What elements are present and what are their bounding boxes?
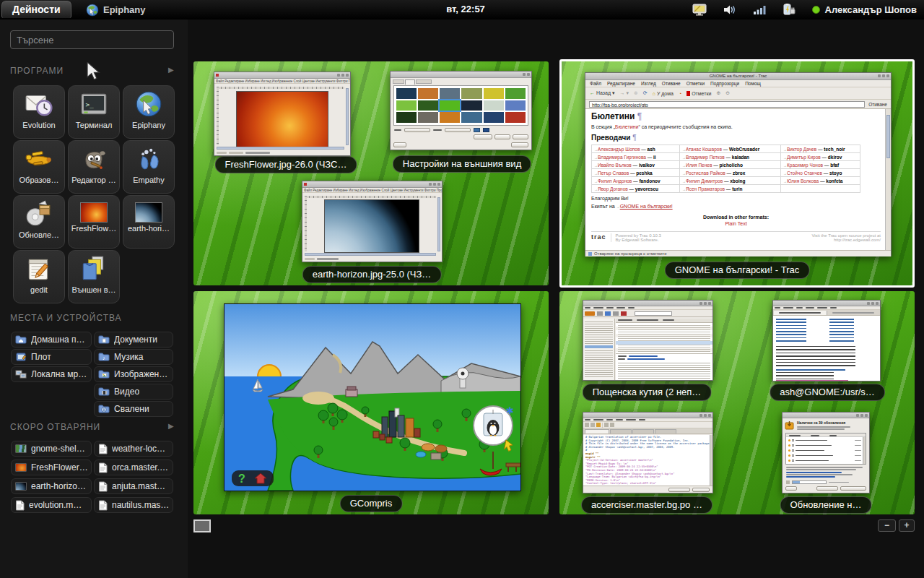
home-button[interactable]: ⌂ У дома bbox=[653, 91, 674, 96]
wallpaper-thumbnail[interactable] bbox=[505, 88, 526, 99]
wallpaper-thumbnail[interactable] bbox=[418, 112, 438, 123]
wallpaper-thumbnail[interactable] bbox=[396, 88, 417, 99]
search-box[interactable] bbox=[635, 311, 672, 316]
wallpaper-thumbnail[interactable] bbox=[461, 100, 481, 111]
remove-workspace-button[interactable]: − bbox=[878, 519, 896, 532]
history-icon[interactable]: ◔ bbox=[679, 91, 681, 96]
app-tile-epiphany[interactable]: Epiphany bbox=[123, 85, 175, 139]
add-workspace-button[interactable]: + bbox=[899, 519, 915, 532]
place-item-videos[interactable]: Видео bbox=[94, 384, 173, 400]
translator-link[interactable]: Виктор Дачев bbox=[787, 147, 816, 152]
colors-dropdown[interactable] bbox=[445, 128, 471, 132]
recent-item[interactable]: gnome-shel… bbox=[11, 441, 92, 457]
info-link[interactable] bbox=[786, 476, 835, 478]
team-link[interactable]: GNOME на български! bbox=[620, 204, 673, 209]
battery-icon[interactable] bbox=[782, 4, 796, 17]
tab-width-dropdown[interactable] bbox=[692, 488, 710, 492]
recent-item[interactable]: FreshFlower… bbox=[11, 460, 92, 475]
plain-text-link[interactable]: Plain Text bbox=[591, 221, 881, 226]
update-row[interactable] bbox=[788, 443, 861, 448]
app-tile-freshflower[interactable]: FreshFlow… bbox=[68, 195, 120, 249]
window-gedit-po[interactable]: # Bulgarian translation of accerciser po… bbox=[583, 412, 713, 493]
gedit-tabs[interactable] bbox=[583, 428, 712, 434]
clock[interactable]: вт, 22:57 bbox=[433, 4, 498, 14]
user-menu[interactable]: Александър Шопов bbox=[812, 4, 917, 15]
zoom-out-icon[interactable]: ⊖ bbox=[725, 90, 730, 96]
menu-item[interactable]: Подпрозорци bbox=[710, 81, 739, 87]
zoom-in-icon[interactable]: ⊕ bbox=[716, 90, 720, 96]
translator-link[interactable]: Филип Андонов bbox=[598, 178, 632, 184]
trac-url-link[interactable]: http://trac.edgewall.com/ bbox=[834, 238, 881, 242]
color-swatch[interactable] bbox=[483, 128, 489, 132]
scrollbar[interactable] bbox=[885, 109, 891, 250]
place-item-documents[interactable]: Документи bbox=[94, 332, 173, 348]
place-item-downloads[interactable]: Свалени bbox=[94, 401, 173, 417]
toolbar-button[interactable] bbox=[605, 311, 611, 316]
translator-link[interactable]: Ростислав Райков bbox=[686, 171, 725, 176]
workspace-4[interactable]: Пощенска кутия (2 неп… ash@GNOME:/usr/s bbox=[559, 291, 915, 514]
recent-item[interactable]: anjuta.mast… bbox=[94, 478, 173, 494]
menu-item[interactable]: Изглед bbox=[641, 81, 656, 87]
scrollbar[interactable] bbox=[437, 197, 440, 251]
recent-item[interactable]: evolution.m… bbox=[11, 497, 92, 513]
translator-link[interactable]: Красимир Чонов bbox=[787, 163, 823, 168]
app-tile-software-update[interactable]: Обновле… bbox=[13, 195, 65, 249]
translator-link[interactable]: Стойчо Станчев bbox=[787, 171, 822, 176]
update-row[interactable] bbox=[788, 453, 861, 458]
wallpaper-thumbnail[interactable] bbox=[461, 88, 481, 99]
menu-item[interactable]: Отиване bbox=[662, 81, 681, 87]
recent-item[interactable]: earth-horizo… bbox=[11, 478, 92, 494]
menu-item[interactable]: Помощ bbox=[745, 81, 761, 87]
menu-item[interactable]: Отметки bbox=[687, 81, 705, 87]
toolbar-button[interactable] bbox=[597, 311, 603, 316]
place-item-music[interactable]: ♪ Музика bbox=[94, 349, 173, 365]
search-input[interactable] bbox=[10, 30, 174, 49]
workspace-drop-target[interactable] bbox=[193, 519, 211, 532]
translator-link[interactable]: Владимир Петков bbox=[686, 155, 725, 160]
translator-link[interactable]: Димитър Киров bbox=[787, 155, 821, 160]
recent-item[interactable]: weather-loc… bbox=[94, 441, 173, 457]
go-button[interactable]: Отиване bbox=[868, 102, 887, 107]
menu-item[interactable]: Редактиране bbox=[607, 81, 635, 87]
scrollbar[interactable] bbox=[863, 437, 866, 464]
toolbar-button[interactable] bbox=[604, 423, 609, 427]
recent-item[interactable]: nautilus.mas… bbox=[94, 497, 173, 513]
app-menu-button[interactable]: Epiphany bbox=[85, 1, 146, 18]
update-row[interactable] bbox=[788, 448, 861, 453]
terminal-tabs[interactable] bbox=[773, 310, 880, 316]
translator-link[interactable]: Ясен Праматаров bbox=[686, 186, 725, 191]
reload-icon[interactable]: ⟳ bbox=[643, 90, 648, 96]
toolbar-button[interactable] bbox=[590, 423, 595, 427]
translator-link[interactable]: Филип Димитров bbox=[686, 178, 723, 184]
wallpaper-thumbnail[interactable] bbox=[461, 112, 481, 123]
color-swatch[interactable] bbox=[474, 128, 480, 132]
app-tile-earth-horizon[interactable]: earth-hori… bbox=[123, 195, 175, 249]
volume-icon[interactable] bbox=[723, 4, 737, 16]
translator-link[interactable]: Атанас Кошаров bbox=[686, 147, 722, 152]
back-button[interactable]: ← Назад ▾ bbox=[590, 90, 614, 96]
scrollbar[interactable] bbox=[305, 253, 436, 256]
wallpaper-thumbnail-selected[interactable] bbox=[440, 100, 460, 111]
stop-icon[interactable]: ⊗ bbox=[634, 90, 638, 96]
help-button[interactable] bbox=[785, 486, 797, 491]
language-dropdown[interactable] bbox=[668, 488, 690, 492]
scrollbar[interactable] bbox=[217, 147, 344, 150]
scrollbar[interactable] bbox=[346, 88, 349, 145]
app-tile-gimp[interactable]: Редактор … bbox=[68, 140, 120, 194]
programs-expand-icon[interactable]: ▶ bbox=[168, 66, 174, 74]
recent-item[interactable]: orca.master.… bbox=[94, 460, 173, 475]
app-tile-gedit[interactable]: gedit bbox=[13, 250, 65, 303]
wallpaper-thumbnail[interactable] bbox=[440, 88, 460, 99]
appearance-tabs[interactable] bbox=[393, 79, 432, 85]
toolbar-button[interactable] bbox=[610, 423, 614, 427]
send-receive-button[interactable] bbox=[585, 311, 595, 316]
update-row[interactable] bbox=[788, 438, 861, 443]
window-gcompris[interactable]: ✱ ? bbox=[224, 303, 521, 491]
translator-link[interactable]: Юлия Волкова bbox=[787, 178, 819, 184]
activities-button[interactable]: Дейности bbox=[1, 1, 71, 18]
translator-link[interactable]: Александър Шопов bbox=[598, 147, 640, 152]
menu-item[interactable]: Файл bbox=[590, 81, 601, 87]
window-software-update[interactable]: Налични са 39 обновления bbox=[782, 412, 870, 493]
url-input[interactable]: http://fsa-bg.org/project/gtp bbox=[589, 101, 865, 108]
place-item-local-network[interactable]: Локална мр… bbox=[11, 366, 92, 382]
